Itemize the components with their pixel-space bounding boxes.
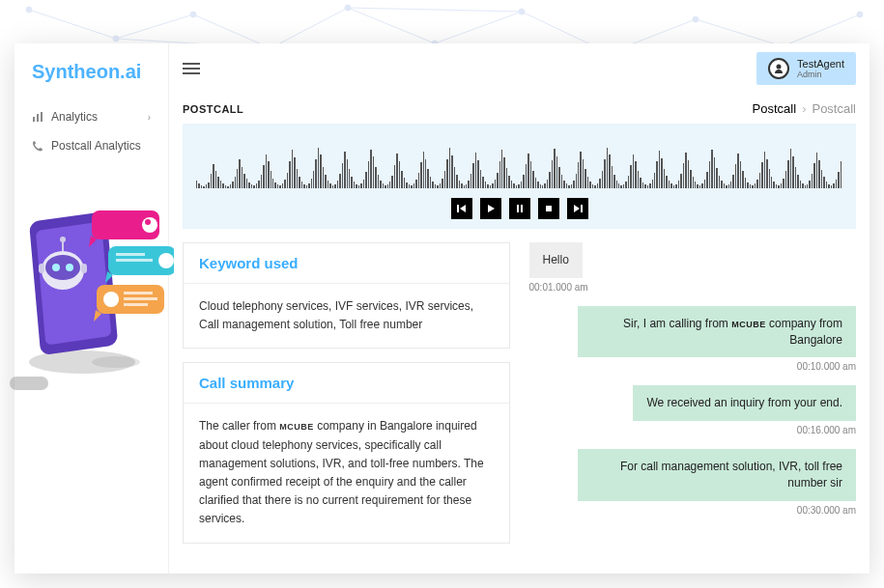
- robot-illustration: [0, 193, 174, 386]
- chat-timestamp: 00:30.000 am: [529, 505, 857, 516]
- svg-rect-58: [581, 205, 583, 212]
- svg-point-16: [345, 5, 351, 11]
- svg-point-13: [113, 36, 119, 42]
- pause-button[interactable]: [509, 198, 530, 219]
- svg-point-43: [103, 292, 119, 307]
- summary-card: Call summary The caller from MCUBE compa…: [183, 362, 510, 543]
- nav-item-postcall-analytics[interactable]: Postcall Analytics: [14, 131, 168, 160]
- next-button[interactable]: [567, 198, 588, 219]
- play-button[interactable]: [480, 198, 501, 219]
- chevron-right-icon: ›: [148, 112, 151, 123]
- svg-line-5: [435, 12, 522, 43]
- svg-rect-32: [81, 264, 87, 273]
- svg-point-28: [45, 255, 80, 280]
- chat-message: For call management solution, IVR, toll …: [529, 449, 857, 516]
- nav-label: Analytics: [51, 110, 98, 124]
- stop-button[interactable]: [538, 198, 559, 219]
- breadcrumb-child: Postcall: [812, 101, 856, 116]
- svg-line-9: [783, 14, 860, 46]
- svg-point-22: [857, 12, 863, 17]
- phone-icon: [32, 140, 43, 152]
- svg-line-0: [29, 10, 116, 39]
- chat-message: Hello00:01.000 am: [529, 242, 857, 293]
- svg-marker-53: [488, 205, 495, 212]
- chat-message: We received an inquiry from your end.00:…: [529, 385, 857, 435]
- card-title: Call summary: [184, 363, 509, 404]
- brand-logo: Syntheon.ai: [14, 61, 168, 102]
- bars-icon: [32, 111, 43, 123]
- svg-rect-31: [39, 264, 44, 273]
- svg-point-36: [142, 217, 157, 233]
- svg-line-1: [116, 14, 193, 39]
- svg-line-4: [348, 8, 435, 43]
- audio-panel: [183, 124, 856, 229]
- player-controls: [196, 198, 842, 219]
- svg-rect-46: [124, 303, 148, 306]
- svg-point-14: [190, 12, 196, 17]
- svg-point-39: [158, 253, 174, 268]
- topbar: TestAgent Admin: [169, 43, 870, 94]
- keyword-card: Keyword used Cloud telephony services, I…: [183, 242, 510, 349]
- left-column: Keyword used Cloud telephony services, I…: [183, 242, 510, 560]
- chat-bubble: For call management solution, IVR, toll …: [578, 449, 856, 501]
- svg-point-50: [777, 65, 782, 70]
- main-content: TestAgent Admin POSTCALL Postcall › Post…: [169, 43, 870, 574]
- summary-body: The caller from MCUBE company in Bangalo…: [184, 404, 509, 542]
- chevron-right-icon: ›: [802, 101, 806, 116]
- svg-rect-51: [457, 205, 459, 212]
- svg-point-29: [52, 264, 60, 271]
- avatar: [768, 58, 789, 79]
- svg-line-11: [348, 8, 522, 12]
- svg-rect-40: [116, 253, 145, 256]
- svg-point-24: [92, 356, 140, 368]
- svg-rect-48: [37, 114, 39, 122]
- svg-rect-41: [116, 259, 153, 262]
- user-name: TestAgent: [797, 58, 844, 70]
- breadcrumb-current[interactable]: Postcall: [753, 101, 797, 116]
- content-columns: Keyword used Cloud telephony services, I…: [169, 229, 870, 574]
- user-menu[interactable]: TestAgent Admin: [756, 52, 856, 85]
- breadcrumb: Postcall › Postcall: [753, 101, 856, 116]
- keyword-body: Cloud telephony services, IVF services, …: [184, 284, 509, 348]
- nav-label: Postcall Analytics: [51, 139, 141, 153]
- svg-rect-49: [41, 112, 43, 122]
- menu-toggle-icon[interactable]: [183, 63, 200, 74]
- chat-timestamp: 00:16.000 am: [529, 425, 857, 435]
- prev-button[interactable]: [451, 198, 472, 219]
- svg-point-30: [66, 264, 73, 271]
- page-title: POSTCALL: [183, 103, 243, 115]
- chat-timestamp: 00:01.000 am: [529, 282, 857, 293]
- svg-point-20: [693, 16, 699, 22]
- waveform[interactable]: [196, 135, 842, 188]
- chat-column: Hello00:01.000 amSir, I am calling from …: [524, 242, 857, 560]
- nav-item-analytics[interactable]: Analytics ›: [14, 102, 168, 131]
- svg-point-37: [145, 219, 151, 225]
- svg-rect-56: [546, 206, 552, 211]
- svg-rect-45: [124, 297, 157, 300]
- svg-rect-54: [517, 205, 519, 212]
- svg-marker-57: [574, 205, 580, 212]
- svg-point-34: [60, 237, 66, 242]
- chat-message: Sir, I am calling from MCUBE company fro…: [529, 306, 857, 373]
- chat-bubble: Hello: [529, 242, 583, 278]
- chat-bubble: We received an inquiry from your end.: [633, 385, 856, 421]
- card-title: Keyword used: [184, 243, 509, 284]
- svg-rect-47: [33, 117, 35, 122]
- chat-bubble: Sir, I am calling from MCUBE company fro…: [578, 306, 856, 358]
- user-role: Admin: [797, 70, 844, 79]
- svg-rect-55: [521, 205, 523, 212]
- page-header: POSTCALL Postcall › Postcall: [169, 94, 870, 124]
- svg-point-18: [519, 9, 525, 14]
- chat-timestamp: 00:10.000 am: [529, 361, 857, 372]
- svg-point-12: [26, 7, 32, 13]
- svg-line-3: [271, 8, 348, 48]
- svg-rect-44: [124, 292, 153, 294]
- svg-line-8: [696, 19, 783, 46]
- svg-marker-52: [460, 205, 466, 212]
- nav-list: Analytics › Postcall Analytics: [14, 102, 168, 160]
